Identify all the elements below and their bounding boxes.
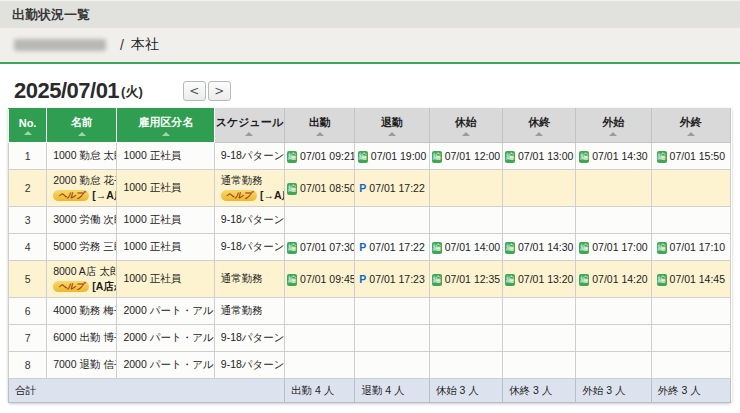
pc-stamp-mark: P — [359, 273, 366, 285]
time-value: 07/01 15:50 — [670, 150, 725, 162]
row-number: 8 — [9, 352, 47, 379]
employee-row: 87000 退勤 信子2000 パート・アルバイト9-18パターン — [9, 352, 731, 379]
employee-name-cell: 4000 勤務 梅子 — [47, 298, 117, 325]
out-end-cell: 編07/01 17:10 — [651, 234, 730, 261]
sort-ascending-icon — [687, 132, 695, 136]
schedule-cell: 通常勤務ヘルプ[→A店] — [214, 170, 284, 207]
column-header-schedule[interactable]: スケジュール — [214, 109, 284, 143]
help-badge: ヘルプ — [221, 190, 257, 202]
column-label: 出勤 — [309, 115, 331, 130]
time-value: 07/01 13:00 — [518, 150, 573, 162]
column-label: 退勤 — [381, 115, 403, 130]
current-date: 2025/07/01 — [14, 80, 119, 102]
column-header-clock_in[interactable]: 出勤 — [285, 109, 355, 143]
break-end-cell — [502, 298, 575, 325]
column-label: 休終 — [528, 115, 550, 130]
row-number: 2 — [9, 170, 47, 207]
clock-in-cell: 編07/01 08:50 — [285, 170, 355, 207]
table-total-row: 合計出勤 4 人退勤 4 人休始 3 人休終 3 人外始 3 人外終 3 人 — [9, 379, 731, 403]
breadcrumb-separator: / — [120, 37, 124, 53]
time-value: 07/01 08:50 — [300, 182, 355, 194]
column-header-clock_out[interactable]: 退勤 — [355, 109, 429, 143]
break-end-cell: 編07/01 13:00 — [502, 143, 575, 170]
attendance-status-page: 出勤状況一覧 / 本社 2025/07/01 (火) < > No.名前雇用区分… — [0, 0, 740, 413]
time-value: 07/01 17:00 — [592, 241, 647, 253]
schedule-cell: 9-18パターン — [214, 143, 284, 170]
out-start-cell: 編07/01 17:00 — [576, 234, 651, 261]
row-number: 5 — [9, 261, 47, 298]
schedule-cell: 通常勤務 — [214, 298, 284, 325]
next-day-button[interactable]: > — [208, 81, 231, 101]
column-header-break_start[interactable]: 休始 — [429, 109, 502, 143]
out-end-cell — [651, 207, 730, 234]
cell-text: 8000 A店 太郎 — [53, 265, 116, 279]
edited-stamp-icon: 編 — [657, 274, 667, 286]
employee-row: 22000 勤怠 花子ヘルプ[→A店]1000 正社員通常勤務ヘルプ[→A店]編… — [9, 170, 731, 207]
column-label: 雇用区分名 — [138, 115, 193, 130]
column-label: 名前 — [71, 115, 93, 130]
time-value: 07/01 17:22 — [369, 241, 424, 253]
edited-stamp-icon: 編 — [287, 183, 297, 195]
out-start-cell — [576, 325, 651, 352]
time-value: 07/01 14:30 — [518, 241, 573, 253]
time-value: 07/01 14:20 — [592, 273, 647, 285]
edited-stamp-icon: 編 — [432, 151, 442, 163]
out-start-cell: 編07/01 14:20 — [576, 261, 651, 298]
edited-stamp-icon: 編 — [287, 151, 297, 163]
edited-stamp-icon: 編 — [432, 274, 442, 286]
cell-text: 6000 出勤 博子 — [53, 331, 116, 345]
edited-stamp-icon: 編 — [579, 274, 589, 286]
company-name-redacted — [14, 39, 106, 51]
time-value: 07/01 14:30 — [592, 150, 647, 162]
edited-stamp-icon: 編 — [432, 242, 442, 254]
total-count-cell: 休始 3 人 — [429, 379, 502, 403]
column-header-employment[interactable]: 雇用区分名 — [117, 109, 214, 143]
column-header-break_end[interactable]: 休終 — [502, 109, 575, 143]
time-value: 07/01 17:22 — [369, 182, 424, 194]
total-count-cell: 休終 3 人 — [502, 379, 575, 403]
page-title: 出勤状況一覧 — [12, 6, 90, 24]
sort-ascending-icon — [24, 131, 32, 135]
time-value: 07/01 09:21 — [300, 150, 355, 162]
employee-row: 76000 出勤 博子2000 パート・アルバイト9-18パターン — [9, 325, 731, 352]
cell-text: 1000 勤怠 太郎 — [53, 149, 116, 163]
sort-ascending-icon — [535, 132, 543, 136]
clock-out-cell — [355, 325, 429, 352]
column-header-name[interactable]: 名前 — [47, 109, 117, 143]
sort-ascending-icon — [316, 132, 324, 136]
current-weekday: (火) — [121, 83, 143, 102]
help-badge: ヘルプ — [53, 190, 89, 202]
break-start-cell: 編07/01 12:35 — [429, 261, 502, 298]
date-navigation: 2025/07/01 (火) < > — [0, 64, 740, 108]
cell-text: 5000 労務 三郎 — [53, 240, 116, 254]
time-value: 07/01 14:00 — [445, 241, 500, 253]
attendance-table: No.名前雇用区分名スケジュール出勤退勤休始休終外始外終 11000 勤怠 太郎… — [8, 108, 731, 403]
clock-out-cell: 編07/01 19:00 — [355, 143, 429, 170]
cell-text: 9-18パターン — [221, 213, 284, 227]
employee-name-cell: 6000 出勤 博子 — [47, 325, 117, 352]
sort-ascending-icon — [245, 132, 253, 136]
employment-type-cell: 2000 パート・アルバイト — [117, 298, 214, 325]
edited-stamp-icon: 編 — [287, 274, 297, 286]
column-label: 外終 — [680, 115, 702, 130]
schedule-cell: 9-18パターン — [214, 325, 284, 352]
break-start-cell — [429, 325, 502, 352]
column-header-out_start[interactable]: 外始 — [576, 109, 651, 143]
time-value: 07/01 07:30 — [300, 241, 355, 253]
edited-stamp-icon: 編 — [505, 274, 515, 286]
cell-text: 7000 退勤 信子 — [53, 358, 116, 372]
employment-type-cell: 1000 正社員 — [117, 234, 214, 261]
transfer-note: [→A店] — [92, 189, 117, 203]
attendance-table-container: No.名前雇用区分名スケジュール出勤退勤休始休終外始外終 11000 勤怠 太郎… — [8, 108, 732, 403]
prev-day-button[interactable]: < — [183, 81, 206, 101]
clock-out-cell — [355, 298, 429, 325]
column-header-no[interactable]: No. — [9, 109, 47, 143]
employee-row: 33000 労働 次郎1000 正社員9-18パターン — [9, 207, 731, 234]
cell-text: 通常勤務 — [221, 174, 284, 188]
schedule-cell: 9-18パターン — [214, 352, 284, 379]
clock-in-cell — [285, 298, 355, 325]
column-header-out_end[interactable]: 外終 — [651, 109, 730, 143]
row-number: 1 — [9, 143, 47, 170]
row-number: 6 — [9, 298, 47, 325]
cell-text: 通常勤務 — [221, 304, 284, 318]
